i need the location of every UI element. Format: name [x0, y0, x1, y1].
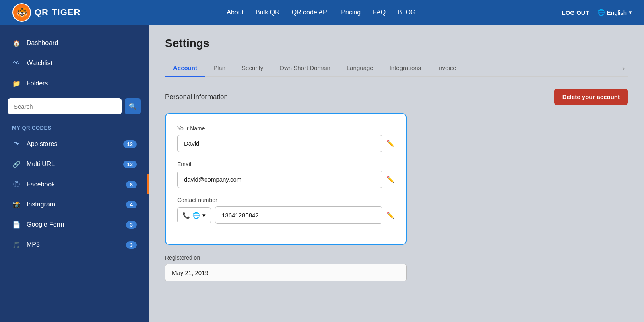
doc-icon: 📄	[12, 220, 21, 229]
delete-account-button[interactable]: Delete your account	[554, 89, 628, 105]
sidebar-item-mp3[interactable]: 🎵 MP3 3	[0, 235, 149, 255]
instagram-icon: 📸	[12, 200, 21, 209]
sidebar-item-google-form[interactable]: 📄 Google Form 3	[0, 215, 149, 235]
nav-faq[interactable]: FAQ	[373, 9, 386, 16]
search-button[interactable]: 🔍	[125, 98, 141, 114]
search-input[interactable]	[8, 98, 122, 114]
sidebar-label-google-form: Google Form	[27, 221, 120, 228]
registered-label: Registered on	[165, 254, 407, 261]
chevron-down-icon: ▾	[629, 9, 632, 16]
sidebar-item-instagram[interactable]: 📸 Instagram 4	[0, 194, 149, 215]
contact-label: Contact number	[177, 197, 394, 203]
nav-right: LOG OUT 🌐 English ▾	[561, 9, 632, 16]
top-navigation: 🐯 QR TIGER About Bulk QR QR code API Pri…	[0, 0, 644, 25]
search-icon: 🔍	[129, 103, 137, 110]
badge-facebook: 8	[126, 181, 137, 188]
email-field-group: Email ✏️	[177, 161, 394, 188]
email-input[interactable]	[177, 171, 382, 188]
sidebar-label-mp3: MP3	[27, 241, 120, 248]
page-title: Settings	[165, 37, 628, 50]
globe-flag-icon: 🌐	[192, 212, 200, 219]
language-selector[interactable]: 🌐 English ▾	[597, 9, 632, 16]
search-area: 🔍	[0, 93, 149, 119]
sidebar: 🏠 Dashboard 👁 Watchlist 📁 Folders 🔍 MY Q…	[0, 25, 149, 322]
badge-instagram: 4	[126, 201, 137, 208]
globe-icon: 🌐	[597, 9, 605, 16]
email-label: Email	[177, 161, 394, 167]
name-label: Your Name	[177, 125, 394, 132]
folder-icon: 📁	[12, 79, 21, 88]
logo: 🐯 QR TIGER	[12, 3, 80, 22]
name-field-group: Your Name ✏️	[177, 125, 394, 152]
home-icon: 🏠	[12, 39, 21, 47]
phone-dropdown-arrow: ▾	[202, 212, 206, 219]
badge-google-form: 3	[126, 221, 137, 229]
nav-blog[interactable]: BLOG	[398, 9, 415, 16]
sidebar-label-watchlist: Watchlist	[27, 60, 137, 67]
tab-language[interactable]: Language	[339, 60, 382, 77]
email-edit-icon[interactable]: ✏️	[386, 175, 394, 183]
svg-text:🐯: 🐯	[17, 7, 28, 18]
name-input[interactable]	[177, 135, 382, 152]
facebook-icon: Ⓕ	[12, 180, 21, 189]
email-field-row: ✏️	[177, 171, 394, 188]
nav-links: About Bulk QR QR code API Pricing FAQ BL…	[227, 9, 415, 16]
tab-integrations[interactable]: Integrations	[382, 60, 429, 77]
logo-text: QR TIGER	[35, 7, 80, 18]
badge-multi-url: 12	[123, 161, 137, 168]
active-indicator	[147, 174, 149, 194]
nav-pricing[interactable]: Pricing	[341, 9, 361, 16]
nav-about[interactable]: About	[227, 9, 244, 16]
music-icon: 🎵	[12, 240, 21, 249]
sidebar-label-folders: Folders	[27, 80, 137, 87]
nav-bulk-qr[interactable]: Bulk QR	[256, 9, 280, 16]
logo-icon: 🐯	[12, 3, 31, 22]
section-header: Personal information Delete your account	[165, 89, 628, 105]
nav-qr-code-api[interactable]: QR code API	[292, 9, 329, 16]
content-area: Settings Account Plan Security Own Short…	[149, 25, 644, 322]
tabs-bar: Account Plan Security Own Short Domain L…	[165, 60, 628, 77]
phone-flag-select[interactable]: 📞 🌐 ▾	[177, 207, 211, 223]
tab-plan[interactable]: Plan	[205, 60, 233, 77]
form-card: Your Name ✏️ Email ✏️ Contact number	[165, 113, 407, 245]
sidebar-item-facebook[interactable]: Ⓕ Facebook 8	[0, 174, 149, 194]
tab-invoice[interactable]: Invoice	[429, 60, 464, 77]
sidebar-label-dashboard: Dashboard	[27, 39, 137, 47]
appstore-icon: 🛍	[12, 140, 21, 149]
badge-app-stores: 12	[123, 140, 137, 148]
phone-input[interactable]	[215, 206, 382, 224]
badge-mp3: 3	[126, 241, 137, 249]
personal-info-title: Personal information	[165, 93, 228, 101]
sidebar-item-multi-url[interactable]: 🔗 Multi URL 12	[0, 154, 149, 174]
tab-account[interactable]: Account	[165, 60, 205, 77]
sidebar-item-dashboard[interactable]: 🏠 Dashboard	[0, 33, 149, 53]
name-edit-icon[interactable]: ✏️	[386, 140, 394, 147]
name-field-row: ✏️	[177, 135, 394, 152]
sidebar-label-multi-url: Multi URL	[27, 161, 118, 168]
my-qr-codes-label: MY QR CODES	[0, 119, 149, 134]
sidebar-label-instagram: Instagram	[27, 201, 120, 208]
sidebar-item-watchlist[interactable]: 👁 Watchlist	[0, 53, 149, 73]
logout-button[interactable]: LOG OUT	[561, 9, 589, 16]
phone-row: 📞 🌐 ▾ ✏️	[177, 206, 394, 224]
sidebar-item-folders[interactable]: 📁 Folders	[0, 73, 149, 93]
sidebar-label-app-stores: App stores	[27, 140, 118, 148]
contact-field-group: Contact number 📞 🌐 ▾ ✏️	[177, 197, 394, 224]
language-label: English	[607, 9, 627, 16]
phone-icon: 📞	[182, 212, 190, 219]
eye-icon: 👁	[12, 59, 21, 68]
registered-section: Registered on	[165, 254, 407, 281]
sidebar-label-facebook: Facebook	[27, 181, 120, 188]
registered-input	[165, 264, 407, 281]
tabs-more-arrow[interactable]: ›	[619, 61, 628, 76]
tab-own-short-domain[interactable]: Own Short Domain	[271, 60, 339, 77]
phone-edit-icon[interactable]: ✏️	[386, 211, 394, 219]
main-layout: 🏠 Dashboard 👁 Watchlist 📁 Folders 🔍 MY Q…	[0, 25, 644, 322]
tab-security[interactable]: Security	[233, 60, 271, 77]
sidebar-item-app-stores[interactable]: 🛍 App stores 12	[0, 134, 149, 154]
multiurl-icon: 🔗	[12, 160, 21, 169]
